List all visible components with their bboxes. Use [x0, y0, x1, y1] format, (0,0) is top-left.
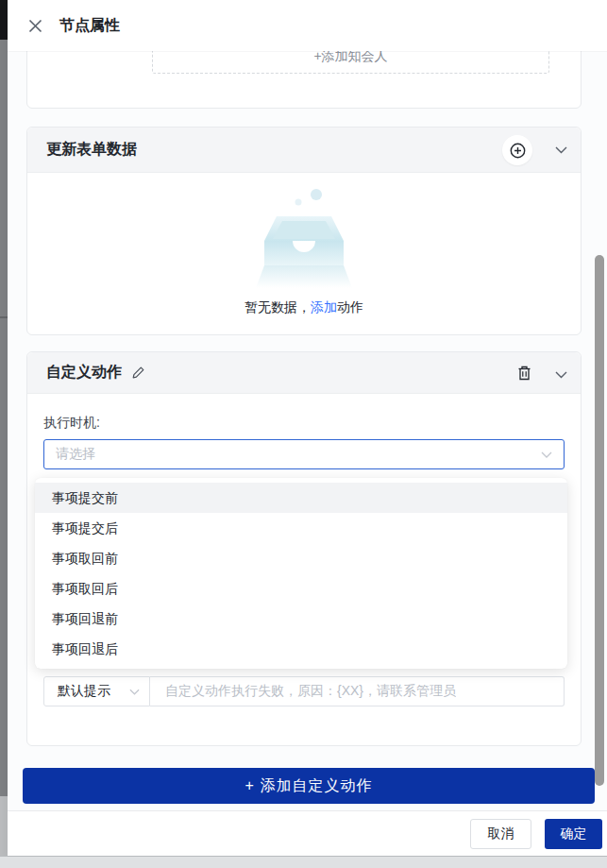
delete-trash-icon[interactable]	[516, 366, 531, 381]
update-form-title: 更新表单数据	[46, 140, 137, 160]
collapse-chevron-down-icon[interactable]	[553, 143, 568, 158]
add-action-link[interactable]: 添加	[311, 299, 337, 315]
drawer-overlay-page: 节点属性 +添加知会人 更新表单数据	[0, 0, 607, 868]
custom-action-title: 自定义动作	[46, 363, 122, 383]
dropdown-option[interactable]: 事项提交后	[35, 513, 567, 543]
select-chevron-down-icon	[541, 451, 552, 458]
backdrop-divider	[0, 316, 8, 318]
empty-text-prefix: 暂无数据，	[244, 299, 311, 315]
node-properties-drawer: 节点属性 +添加知会人 更新表单数据	[8, 0, 607, 868]
empty-state-text: 暂无数据，添加动作	[244, 299, 363, 316]
page-bottom-strip	[0, 856, 607, 868]
timing-options-dropdown: 事项提交前 事项提交后 事项取回前 事项取回后 事项回退前 事项回退后	[35, 478, 567, 669]
confirm-button[interactable]: 确定	[545, 819, 602, 849]
empty-text-suffix: 动作	[337, 299, 363, 315]
tip-type-value: 默认提示	[58, 683, 129, 700]
scrollbar-thumb[interactable]	[595, 255, 604, 786]
custom-action-body: 执行时机: 请选择	[27, 415, 581, 469]
dropdown-option[interactable]: 事项回退后	[35, 634, 567, 664]
drawer-scroll-area: +添加知会人 更新表单数据	[8, 51, 607, 810]
drawer-title: 节点属性	[59, 16, 120, 36]
failure-tip-row: 默认提示 自定义动作执行失败，原因：{XX}，请联系管理员	[43, 676, 565, 706]
drawer-footer: 取消 确定	[8, 810, 607, 856]
collapse-chevron-down-icon[interactable]	[553, 367, 568, 383]
dropdown-option[interactable]: 事项回退前	[35, 604, 567, 634]
add-cc-button[interactable]: +添加知会人	[152, 51, 549, 74]
timing-select-placeholder: 请选择	[56, 446, 541, 463]
custom-action-card-header: 自定义动作	[27, 352, 581, 394]
update-form-card-header: 更新表单数据	[27, 128, 581, 173]
timing-label: 执行时机:	[43, 415, 565, 432]
plus-circle-icon	[510, 143, 526, 159]
update-form-empty-state: 暂无数据，添加动作	[27, 173, 581, 316]
cc-card: +添加知会人	[26, 51, 582, 109]
add-update-rule-button[interactable]	[502, 135, 532, 165]
close-icon[interactable]	[26, 17, 43, 34]
backdrop-topbar	[0, 0, 8, 40]
tip-message-input[interactable]: 自定义动作执行失败，原因：{XX}，请联系管理员	[150, 676, 565, 706]
cancel-button[interactable]: 取消	[470, 819, 531, 849]
tip-type-select[interactable]: 默认提示	[43, 676, 150, 706]
dropdown-option[interactable]: 事项取回后	[35, 573, 567, 604]
drawer-header: 节点属性	[8, 0, 607, 51]
add-custom-action-button[interactable]: + 添加自定义动作	[23, 768, 595, 804]
select-chevron-down-icon	[129, 689, 140, 695]
page-backdrop	[0, 0, 8, 868]
timing-select[interactable]: 请选择	[43, 439, 565, 469]
dropdown-option[interactable]: 事项提交前	[35, 483, 567, 513]
dropdown-option[interactable]: 事项取回前	[35, 543, 567, 573]
update-form-card: 更新表单数据	[26, 127, 582, 335]
empty-box-illustration	[233, 182, 375, 288]
edit-pencil-icon[interactable]	[131, 366, 145, 380]
tip-input-placeholder: 自定义动作执行失败，原因：{XX}，请联系管理员	[165, 683, 456, 700]
